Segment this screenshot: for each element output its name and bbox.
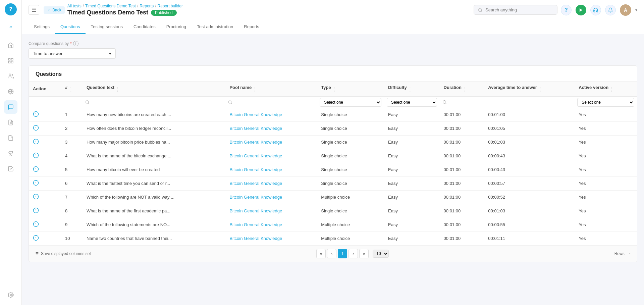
back-button[interactable]: Back (44, 6, 65, 14)
pool-name-link[interactable]: Bitcoin General Knowledge (229, 181, 282, 186)
pool-name-link[interactable]: Bitcoin General Knowledge (229, 222, 282, 227)
avatar[interactable]: A (620, 4, 631, 16)
compare-select[interactable]: Time to answer ▾ (29, 48, 116, 59)
rows-per-page-select[interactable]: 10 25 50 (373, 250, 389, 258)
row-duration: 00:01:00 (440, 121, 484, 135)
col-num[interactable]: # ↑↓ (61, 82, 83, 96)
row-avg-time: 00:01:03 (484, 135, 575, 149)
svg-point-18 (443, 101, 446, 104)
pool-name-link[interactable]: Bitcoin General Knowledge (229, 153, 282, 158)
action-icon[interactable] (33, 140, 39, 146)
action-icon[interactable] (33, 209, 39, 214)
headset-button[interactable] (590, 5, 601, 15)
col-pool-name[interactable]: Pool name ↑↓ (225, 82, 317, 96)
compare-info-icon[interactable]: i (73, 41, 78, 46)
table-row: 10 Name two countries that have banned t… (29, 232, 637, 245)
row-active-version: Yes (575, 176, 637, 190)
sidebar-item-reports-list[interactable] (4, 116, 17, 129)
sidebar-logo[interactable]: ? (5, 3, 17, 15)
row-num: 3 (61, 135, 83, 149)
action-icon[interactable] (33, 154, 39, 159)
col-active-version[interactable]: Active version ↑↓ (575, 82, 637, 96)
sidebar-item-globe[interactable] (4, 85, 17, 98)
help-button[interactable]: ? (561, 5, 572, 15)
tab-testing-sessions[interactable]: Testing sessions (86, 20, 128, 34)
play-button[interactable] (576, 5, 586, 15)
tab-candidates[interactable]: Candidates (128, 20, 161, 34)
sidebar-item-messages[interactable] (4, 100, 17, 114)
page-next-btn[interactable]: › (348, 249, 358, 258)
breadcrumb-test-name[interactable]: Timed Questions Demo Test (85, 4, 136, 8)
col-avg-time[interactable]: Average time to answer ↑↓ (484, 82, 575, 96)
active-version-filter[interactable]: Select one Yes No (577, 98, 634, 107)
row-avg-time: 00:00:52 (484, 190, 575, 204)
row-duration: 00:01:00 (440, 190, 484, 204)
action-icon[interactable] (33, 195, 39, 201)
tab-proctoring[interactable]: Proctoring (161, 20, 192, 34)
row-duration: 00:01:00 (440, 135, 484, 149)
action-icon[interactable] (33, 236, 39, 242)
action-icon[interactable] (33, 167, 39, 173)
action-icon[interactable] (33, 126, 39, 132)
pool-name-link[interactable]: Bitcoin General Knowledge (229, 195, 282, 200)
page-last-btn[interactable]: » (359, 249, 369, 258)
pool-name-filter[interactable] (234, 100, 315, 105)
row-pool-name: Bitcoin General Knowledge (225, 135, 317, 149)
table-footer: Save displayed columns set « ‹ 1 › » 10 … (29, 245, 637, 262)
page-prev-btn[interactable]: ‹ (327, 249, 336, 258)
row-question-text: Name two countries that have banned thei… (83, 232, 225, 245)
row-avg-time: 00:00:43 (484, 163, 575, 176)
col-type[interactable]: Type ↑↓ (317, 82, 384, 96)
pool-name-link[interactable]: Bitcoin General Knowledge (229, 126, 282, 131)
svg-rect-1 (11, 58, 13, 60)
question-text-filter[interactable] (91, 100, 223, 105)
pool-name-link[interactable]: Bitcoin General Knowledge (229, 208, 282, 213)
tab-test-administration[interactable]: Test administration (192, 20, 238, 34)
row-active-version: Yes (575, 232, 637, 245)
breadcrumb-all-tests[interactable]: All tests (67, 4, 82, 8)
sidebar-item-expand[interactable]: » (4, 20, 17, 33)
page-1-btn[interactable]: 1 (338, 249, 347, 258)
pool-name-link[interactable]: Bitcoin General Knowledge (229, 112, 282, 117)
action-icon[interactable] (33, 181, 39, 187)
col-question-text[interactable]: Question text ↑↓ (83, 82, 225, 96)
sidebar-item-users[interactable] (4, 69, 17, 83)
row-pool-name: Bitcoin General Knowledge (225, 149, 317, 163)
breadcrumb-report-builder[interactable]: Report builder (158, 4, 183, 8)
sidebar-item-settings[interactable] (4, 288, 17, 302)
action-cell (29, 121, 61, 135)
table-body: 1 How many new bitcoins are created each… (29, 108, 637, 245)
sidebar-item-home[interactable] (4, 39, 17, 52)
page-first-btn[interactable]: « (316, 249, 326, 258)
search-input[interactable] (485, 7, 546, 12)
col-duration[interactable]: Duration ↑↓ (440, 82, 484, 96)
tab-questions[interactable]: Questions (55, 20, 86, 34)
row-type: Multiple choice (317, 218, 384, 232)
sidebar-item-dashboard[interactable] (4, 54, 17, 67)
tab-settings[interactable]: Settings (29, 20, 55, 34)
rows-per-page: 10 25 50 (373, 250, 389, 258)
row-avg-time: 00:01:03 (484, 204, 575, 218)
pool-name-link[interactable]: Bitcoin General Knowledge (229, 236, 282, 241)
sidebar-item-documents[interactable] (4, 131, 17, 145)
pool-name-link[interactable]: Bitcoin General Knowledge (229, 140, 282, 145)
row-question-text: How many major bitcoin price bubbles ha.… (83, 135, 225, 149)
col-difficulty[interactable]: Difficulty ↑↓ (384, 82, 439, 96)
difficulty-filter[interactable]: Select one Easy Medium Hard (387, 98, 437, 107)
breadcrumb-reports[interactable]: Reports (140, 4, 154, 8)
type-filter[interactable]: Select one Single choice Multiple choice (320, 98, 381, 107)
bell-button[interactable] (605, 5, 616, 15)
sidebar-item-checklist[interactable] (4, 162, 17, 175)
sidebar-item-trophy[interactable] (4, 147, 17, 160)
save-cols-button[interactable]: Save displayed columns set (34, 251, 91, 256)
avatar-chevron[interactable]: ▾ (635, 8, 637, 12)
hamburger-button[interactable]: ☰ (29, 5, 39, 15)
page-title: Timed Questions Demo Test (67, 9, 148, 16)
row-type: Multiple choice (317, 232, 384, 245)
row-pool-name: Bitcoin General Knowledge (225, 176, 317, 190)
content-area: Compare questions by * i Time to answer … (22, 34, 644, 305)
tab-reports[interactable]: Reports (238, 20, 265, 34)
action-icon[interactable] (33, 112, 39, 118)
action-icon[interactable] (33, 222, 39, 228)
pool-name-link[interactable]: Bitcoin General Knowledge (229, 167, 282, 172)
